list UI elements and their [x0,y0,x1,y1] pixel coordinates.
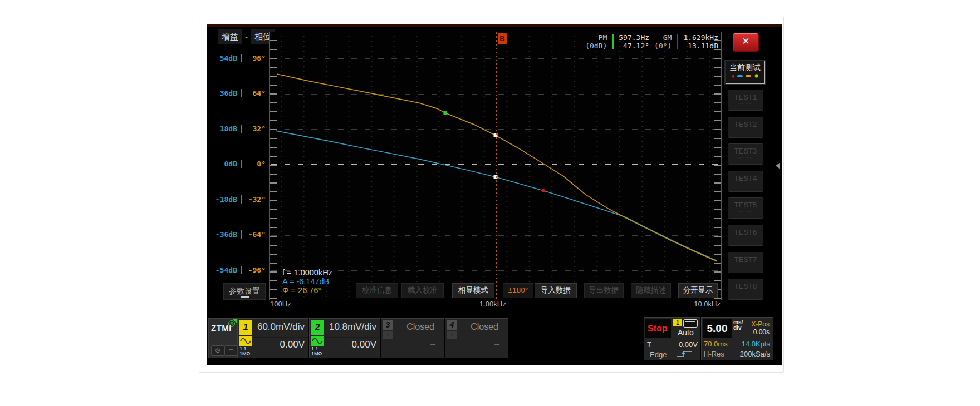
channel2-sine-icon [311,336,324,346]
gain-tick: 36dB [212,89,237,97]
parameter-settings-label: 参数设置 [229,286,260,295]
test3-button[interactable]: TEST3-- -- [728,143,763,165]
xpos-value: 0.00s [753,328,770,336]
tab-gain[interactable]: 增益 [218,29,242,44]
channel2-panel[interactable]: 2 1:11MΩ 10.8mV/div 0.00V [309,318,380,358]
test8-button[interactable]: TEST8-- -- [728,279,763,300]
channel3-badge: 3 [383,320,393,330]
screenshot-card: 增益 - 相位 54dB96° 36dB64° 18dB32° 0dB0° -1… [199,17,784,373]
test5-button[interactable]: TEST5-- -- [728,197,763,219]
red-arrow-icon [731,74,734,78]
test-dashes: -- -- [728,182,763,187]
y-axis-row: -18dB-32° [207,195,266,204]
gain-tick: 0dB [212,160,237,168]
timebase-value: 5.00 [703,319,732,338]
channel3-panel[interactable]: 3 - Closed -- -:- [381,318,444,358]
gain-tick: -18dB [212,195,237,204]
cursor-b-badge[interactable]: B [498,33,507,44]
rising-edge-icon [675,350,695,360]
oscilloscope-screen: 增益 - 相位 54dB96° 36dB64° 18dB32° 0dB0° -1… [207,24,782,365]
tick-divider [241,54,242,62]
test7-button[interactable]: TEST7-- -- [728,252,763,273]
panel-divider [325,337,380,338]
stop-label: Stop [648,324,668,333]
toolbar-button-calibration-info[interactable]: 校准信息 [356,283,398,298]
trigger-type: Edge [650,350,667,359]
sun-marker-icon: ✹ [754,74,758,78]
gain-tick: 18dB [212,125,237,133]
sample-rate: 200kSa/s [740,350,770,358]
toolbar-button-hide-description[interactable]: 隐藏描述 [631,283,671,298]
test-dashes: -- -- [728,264,763,269]
pm-values: 597.3Hz47.12° [619,33,649,50]
frequency-cursor-line[interactable] [496,32,497,300]
run-state: Stop [645,319,671,338]
x-tick-10khz: 10.0kHz [694,300,721,308]
channel1-offset: 0.00V [280,339,305,350]
parameter-settings-button[interactable]: 参数设置 [223,283,266,300]
channel3-minus: - [383,331,393,339]
acquisition-time: 70.0ms [704,340,728,348]
toolbar-button-phase-display-mode[interactable]: 相显模式 [452,283,494,298]
pm-color-bar [612,34,614,49]
touch-pointer-icon[interactable]: ◎ [211,345,224,356]
brand-logo: ZTMI R ◎ ▭ [208,318,237,358]
cursor-gain: A = -6.147dB [282,277,332,286]
x-tick-1khz: 1.00kHz [479,300,506,308]
close-button[interactable]: ✕ [733,33,759,52]
y-axis-row: -54dB-96° [207,266,266,274]
cyan-trace-icon [737,75,743,77]
gain-tick: -36dB [212,230,237,239]
gm-label: GM(0°) [654,33,672,50]
gm-marker [542,189,545,192]
channel2-scale: 10.8mV/div [329,321,376,333]
current-test-button[interactable]: 当前测试 ✹ [726,61,765,84]
status-bar: ZTMI R ◎ ▭ 1 1:11MΩ 60.0mV/div 0.00V 2 [207,314,782,365]
y-axis-row: 18dB32° [207,125,266,133]
phase-curve [277,74,717,261]
channel1-probe: 1:11MΩ [239,346,250,357]
keypad-icon [683,319,698,328]
channel4-panel[interactable]: 4 - Closed -- -:- [445,318,508,358]
cursor-frequency: f = 1.0000kHz [282,268,332,277]
test4-button[interactable]: TEST4-- -- [728,171,763,192]
timebase-unit: ms/div [733,320,743,331]
collapse-panel-arrow-icon[interactable] [776,162,780,169]
trigger-level-value: 0.00V [679,340,698,349]
trigger-level-label: T [647,340,651,349]
toolbar-button-split-display[interactable]: 分开显示 [678,283,718,298]
phase-tick: -96° [244,266,266,274]
channel2-offset: 0.00V [352,339,376,350]
channel1-badge: 1 [239,320,252,335]
toolbar-button-load-calibration[interactable]: 载入校准 [401,283,444,298]
channel4-badge: 4 [447,320,457,330]
hres-label: H-Res [704,350,724,358]
drag-pointer-icon[interactable]: ▭ [224,345,238,356]
toolbar-button-plus-minus-180[interactable]: ±180° [503,283,533,298]
test-dashes: -- -- [728,101,763,106]
test-dashes: -- -- [728,155,763,160]
panel-divider [253,337,308,338]
channel1-panel[interactable]: 1 1:11MΩ 60.0mV/div 0.00V [237,318,308,358]
channel4-minus: - [447,331,457,339]
cursor-readout: f = 1.0000kHz A = -6.147dB Φ = 26.76° [282,268,332,295]
mode-header: 增益 - 相位 [218,29,275,44]
trigger-panel[interactable]: Stop 1 Auto T 0.00V Edge [644,317,700,360]
channel3-time: -:- [384,350,389,355]
test1-button[interactable]: TEST1-- -- [728,90,763,111]
channel3-value: -- [430,340,435,349]
pm-label: PM(0dB) [585,33,607,50]
tab-separator: - [245,32,248,42]
channel2-badge: 2 [311,320,324,335]
test-dashes: -- -- [728,236,763,241]
test-dashes: -- -- [728,128,763,133]
yellow-trace-icon [746,75,751,77]
test2-button[interactable]: TEST2-- -- [728,117,763,138]
test6-button[interactable]: TEST6-- -- [728,225,763,246]
acquisition-panel[interactable]: 5.00 ms/div X-Pos 0.00s 70.0ms 14.0Kpts … [701,317,773,360]
phase-tick: -32° [244,195,266,204]
toolbar-button-import-data[interactable]: 导入数据 [535,283,577,298]
channel2-probe: 1:11MΩ [311,346,322,357]
tick-divider [241,230,242,239]
toolbar-button-export-data[interactable]: 导出数据 [584,283,624,298]
